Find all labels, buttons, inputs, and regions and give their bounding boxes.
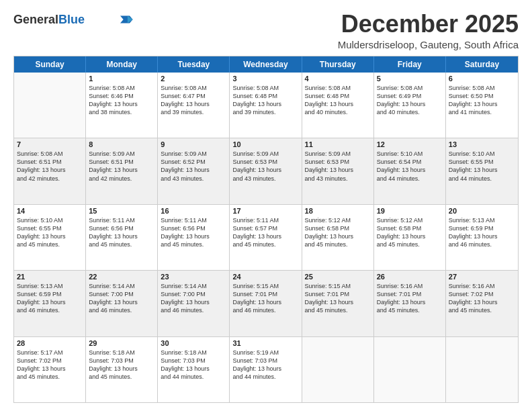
- cell-line: and 40 minutes.: [305, 108, 371, 116]
- cell-line: and 45 minutes.: [161, 240, 226, 248]
- cell-line: Daylight: 13 hours: [161, 232, 226, 240]
- cell-line: Daylight: 13 hours: [17, 232, 83, 240]
- calendar-cell-17: 17Sunrise: 5:11 AMSunset: 6:57 PMDayligh…: [230, 205, 302, 270]
- day-number: 9: [161, 140, 226, 148]
- cell-line: Sunset: 6:52 PM: [161, 158, 226, 166]
- cell-line: Sunset: 6:53 PM: [232, 158, 298, 166]
- calendar-header: SundayMondayTuesdayWednesdayThursdayFrid…: [14, 56, 518, 73]
- calendar-cell-24: 24Sunrise: 5:15 AMSunset: 7:01 PMDayligh…: [230, 271, 302, 336]
- cell-line: Daylight: 13 hours: [449, 166, 515, 174]
- cell-line: and 46 minutes.: [89, 306, 154, 314]
- cell-line: Sunrise: 5:17 AM: [17, 349, 83, 357]
- calendar-body: 1Sunrise: 5:08 AMSunset: 6:46 PMDaylight…: [14, 73, 518, 402]
- cell-line: and 44 minutes.: [161, 373, 226, 381]
- cell-line: Sunrise: 5:12 AM: [305, 216, 371, 224]
- cell-line: Sunset: 6:48 PM: [232, 92, 298, 100]
- cell-line: Daylight: 13 hours: [449, 298, 515, 306]
- cell-line: Sunrise: 5:11 AM: [232, 216, 298, 224]
- cell-line: Sunset: 6:58 PM: [305, 224, 371, 232]
- cell-line: Sunset: 6:47 PM: [161, 92, 226, 100]
- cell-line: and 43 minutes.: [305, 175, 371, 183]
- cell-line: Sunset: 6:59 PM: [449, 224, 515, 232]
- day-number: 29: [89, 339, 154, 347]
- cell-line: and 43 minutes.: [161, 175, 226, 183]
- cell-line: Sunset: 6:59 PM: [17, 290, 83, 298]
- cell-line: Sunrise: 5:15 AM: [232, 282, 298, 290]
- cell-line: Sunset: 7:01 PM: [377, 290, 443, 298]
- header-day-saturday: Saturday: [446, 56, 518, 73]
- calendar-cell-8: 8Sunrise: 5:09 AMSunset: 6:51 PMDaylight…: [86, 138, 158, 203]
- cell-line: Sunset: 6:49 PM: [377, 92, 443, 100]
- cell-line: Sunset: 7:02 PM: [17, 357, 83, 365]
- day-number: 7: [17, 140, 83, 148]
- calendar-cell-3: 3Sunrise: 5:08 AMSunset: 6:48 PMDaylight…: [230, 73, 302, 138]
- day-number: 26: [377, 273, 443, 281]
- cell-line: and 39 minutes.: [232, 108, 298, 116]
- cell-line: and 45 minutes.: [305, 306, 371, 314]
- calendar-cell-empty: [374, 337, 446, 402]
- cell-line: Sunrise: 5:08 AM: [161, 84, 226, 92]
- title-block: December 2025 Muldersdriseloop, Gauteng,…: [338, 11, 519, 50]
- calendar-cell-empty: [446, 337, 518, 402]
- cell-line: Sunrise: 5:15 AM: [305, 282, 371, 290]
- calendar-cell-18: 18Sunrise: 5:12 AMSunset: 6:58 PMDayligh…: [302, 205, 374, 270]
- day-number: 24: [232, 273, 298, 281]
- day-number: 28: [17, 339, 83, 347]
- cell-line: Sunset: 7:00 PM: [89, 290, 154, 298]
- cell-line: and 46 minutes.: [17, 306, 83, 314]
- cell-line: Sunset: 6:50 PM: [449, 92, 515, 100]
- calendar-cell-27: 27Sunrise: 5:16 AMSunset: 7:02 PMDayligh…: [446, 271, 518, 336]
- cell-line: Daylight: 13 hours: [232, 232, 298, 240]
- header: GeneralBlue December 2025 Muldersdriselo…: [13, 11, 519, 50]
- calendar-cell-5: 5Sunrise: 5:08 AMSunset: 6:49 PMDaylight…: [374, 73, 446, 138]
- calendar-cell-28: 28Sunrise: 5:17 AMSunset: 7:02 PMDayligh…: [14, 337, 86, 402]
- day-number: 23: [161, 273, 226, 281]
- cell-line: and 45 minutes.: [89, 373, 154, 381]
- cell-line: Sunrise: 5:10 AM: [377, 150, 443, 158]
- cell-line: Sunset: 6:55 PM: [449, 158, 515, 166]
- calendar-row-1: 1Sunrise: 5:08 AMSunset: 6:46 PMDaylight…: [14, 73, 518, 138]
- cell-line: and 38 minutes.: [89, 108, 154, 116]
- cell-line: Sunrise: 5:08 AM: [449, 84, 515, 92]
- cell-line: Sunset: 7:01 PM: [305, 290, 371, 298]
- cell-line: and 44 minutes.: [449, 175, 515, 183]
- cell-line: and 41 minutes.: [449, 108, 515, 116]
- cell-line: Sunrise: 5:13 AM: [17, 282, 83, 290]
- cell-line: Daylight: 13 hours: [377, 100, 443, 108]
- cell-line: and 45 minutes.: [89, 240, 154, 248]
- cell-line: Daylight: 13 hours: [161, 298, 226, 306]
- logo-text: GeneralBlue: [13, 13, 85, 26]
- cell-line: Sunset: 7:02 PM: [449, 290, 515, 298]
- cell-line: Sunrise: 5:09 AM: [161, 150, 226, 158]
- cell-line: Daylight: 13 hours: [17, 365, 83, 373]
- cell-line: Daylight: 13 hours: [89, 365, 154, 373]
- day-number: 4: [305, 75, 371, 83]
- cell-line: and 45 minutes.: [305, 240, 371, 248]
- day-number: 17: [232, 207, 298, 215]
- cell-line: Daylight: 13 hours: [89, 100, 154, 108]
- cell-line: Daylight: 13 hours: [232, 100, 298, 108]
- cell-line: Sunset: 7:03 PM: [161, 357, 226, 365]
- cell-line: Daylight: 13 hours: [161, 166, 226, 174]
- cell-line: Daylight: 13 hours: [305, 298, 371, 306]
- day-number: 1: [89, 75, 154, 83]
- calendar-cell-11: 11Sunrise: 5:09 AMSunset: 6:53 PMDayligh…: [302, 138, 374, 203]
- day-number: 30: [161, 339, 226, 347]
- day-number: 12: [377, 140, 443, 148]
- calendar-cell-16: 16Sunrise: 5:11 AMSunset: 6:56 PMDayligh…: [158, 205, 230, 270]
- calendar-cell-10: 10Sunrise: 5:09 AMSunset: 6:53 PMDayligh…: [230, 138, 302, 203]
- header-day-monday: Monday: [86, 56, 158, 73]
- cell-line: Sunrise: 5:11 AM: [89, 216, 154, 224]
- cell-line: and 45 minutes.: [449, 306, 515, 314]
- header-day-wednesday: Wednesday: [230, 56, 302, 73]
- cell-line: Daylight: 13 hours: [305, 232, 371, 240]
- cell-line: Daylight: 13 hours: [89, 166, 154, 174]
- calendar-cell-15: 15Sunrise: 5:11 AMSunset: 6:56 PMDayligh…: [86, 205, 158, 270]
- cell-line: and 40 minutes.: [377, 108, 443, 116]
- cell-line: Daylight: 13 hours: [89, 298, 154, 306]
- day-number: 10: [232, 140, 298, 148]
- cell-line: and 45 minutes.: [17, 373, 83, 381]
- calendar-cell-empty: [302, 337, 374, 402]
- cell-line: Daylight: 13 hours: [377, 166, 443, 174]
- cell-line: and 42 minutes.: [89, 175, 154, 183]
